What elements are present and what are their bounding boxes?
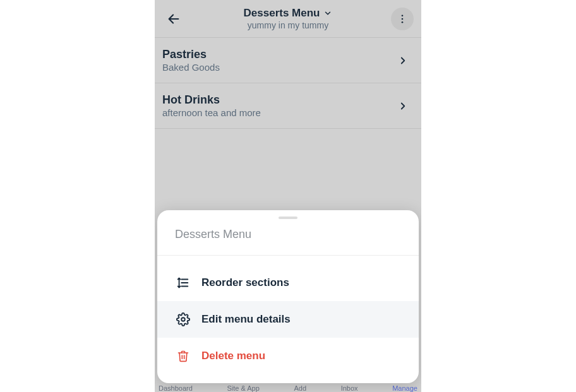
svg-point-7 bbox=[181, 318, 185, 321]
app-screen: Desserts Menu yummy in my tummy Pastries… bbox=[155, 0, 421, 392]
chevron-down-icon bbox=[323, 9, 332, 18]
svg-point-2 bbox=[402, 18, 404, 20]
sheet-header: Desserts Menu bbox=[157, 223, 419, 256]
gear-icon bbox=[176, 312, 190, 326]
sheet-title: Desserts Menu bbox=[175, 228, 401, 241]
page-title: Desserts Menu bbox=[244, 7, 320, 20]
reorder-icon bbox=[176, 276, 190, 290]
menu-sections-list: Pastries Baked Goods Hot Drinks afternoo… bbox=[155, 38, 421, 129]
sheet-drag-handle[interactable] bbox=[279, 217, 297, 219]
option-edit-menu-details[interactable]: Edit menu details bbox=[157, 301, 419, 338]
action-sheet: Desserts Menu Reorder sections bbox=[157, 210, 419, 383]
more-options-button[interactable] bbox=[391, 8, 414, 30]
nav-inbox[interactable]: Inbox bbox=[341, 384, 358, 392]
section-title: Hot Drinks bbox=[162, 93, 397, 107]
section-item-hot-drinks[interactable]: Hot Drinks afternoon tea and more bbox=[155, 83, 421, 129]
section-subtitle: Baked Goods bbox=[162, 62, 397, 73]
sheet-options-list: Reorder sections Edit menu details bbox=[157, 256, 419, 383]
option-delete-menu[interactable]: Delete menu bbox=[157, 338, 419, 374]
section-subtitle: afternoon tea and more bbox=[162, 107, 397, 118]
back-button[interactable] bbox=[165, 10, 183, 28]
svg-point-3 bbox=[402, 21, 404, 23]
section-item-pastries[interactable]: Pastries Baked Goods bbox=[155, 38, 421, 83]
bottom-nav-partial: Dashboard Site & App Add Inbox Manage bbox=[155, 383, 421, 392]
arrow-left-icon bbox=[167, 12, 181, 26]
page-subtitle: yummy in my tummy bbox=[244, 20, 333, 30]
header-bar: Desserts Menu yummy in my tummy bbox=[155, 0, 421, 38]
chevron-right-icon bbox=[397, 100, 409, 112]
nav-add[interactable]: Add bbox=[294, 384, 306, 392]
section-title: Pastries bbox=[162, 48, 397, 61]
nav-dashboard[interactable]: Dashboard bbox=[159, 384, 193, 392]
option-reorder-sections[interactable]: Reorder sections bbox=[157, 264, 419, 301]
header-title-block[interactable]: Desserts Menu yummy in my tummy bbox=[244, 7, 333, 30]
option-label: Reorder sections bbox=[201, 276, 289, 289]
more-vertical-icon bbox=[397, 13, 408, 25]
option-label: Edit menu details bbox=[201, 313, 291, 326]
chevron-right-icon bbox=[397, 55, 409, 66]
option-label: Delete menu bbox=[201, 350, 265, 362]
svg-point-1 bbox=[402, 15, 404, 16]
nav-manage[interactable]: Manage bbox=[392, 384, 417, 392]
nav-site[interactable]: Site & App bbox=[227, 384, 259, 392]
trash-icon bbox=[177, 350, 189, 362]
